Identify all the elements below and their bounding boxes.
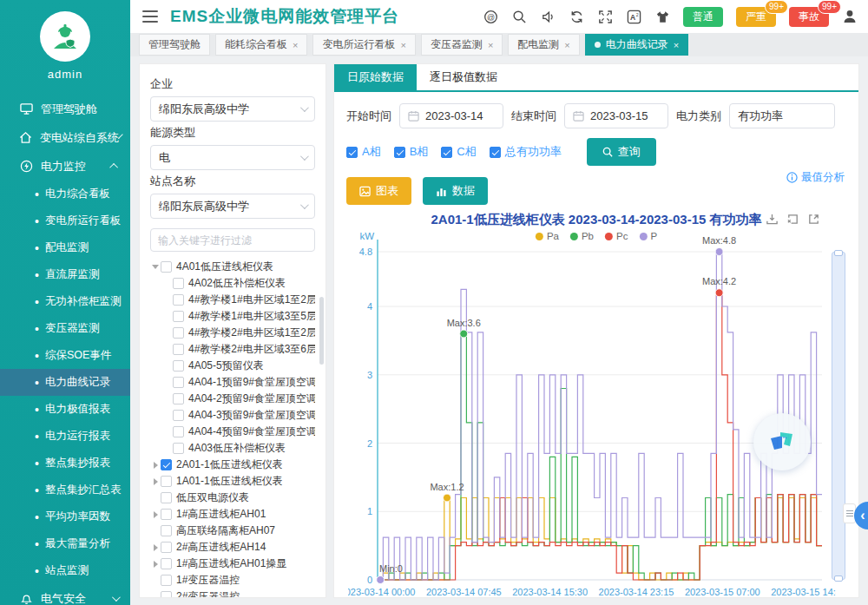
close-icon[interactable]: × [674, 40, 679, 50]
tree-expand-icon[interactable] [150, 462, 161, 469]
query-button[interactable]: 查询 [587, 138, 656, 166]
phase-checkbox-1[interactable]: A相 [346, 144, 381, 160]
end-date-input[interactable]: 2023-03-15 [564, 103, 668, 128]
tree-node-7[interactable]: 4A05-5预留仪表 [150, 358, 315, 374]
tree-node-16[interactable]: 1#高压进线柜AH01 [150, 506, 315, 523]
tree-checkbox[interactable] [173, 360, 184, 372]
tree-checkbox[interactable] [173, 278, 184, 289]
tree-checkbox[interactable] [173, 344, 184, 355]
tree-node-4[interactable]: 4#教学楼1#电井区域3至5层动力仪表 [150, 308, 315, 325]
tree-node-10[interactable]: 4A04-3预留9#食堂屋顶空调机组仪表 [150, 407, 315, 424]
tree-node-2[interactable]: 4A02低压补偿柜仪表 [150, 275, 315, 292]
sidebar-subitem-3-4[interactable]: •直流屏监测 [0, 261, 130, 288]
tree-checkbox[interactable] [161, 591, 172, 598]
sidebar-subitem-3-11[interactable]: •整点集抄报表 [0, 450, 130, 477]
avatar[interactable] [40, 11, 90, 62]
tree-node-19[interactable]: 1#高压进线柜AH01操显 [150, 556, 315, 572]
translate-icon[interactable]: A2 [626, 9, 641, 24]
tree-node-14[interactable]: 1A01-1低压进线柜仪表 [150, 473, 315, 490]
phase-checkbox-4[interactable]: 总有功功率 [490, 144, 562, 160]
save-image-icon[interactable] [766, 213, 779, 226]
tab-5[interactable]: 配电监测× [508, 34, 579, 56]
tree-node-20[interactable]: 1#变压器温控 [150, 572, 315, 589]
sidebar-subitem-3-13[interactable]: •平均功率因数 [0, 503, 130, 530]
data-view-icon[interactable] [807, 213, 820, 226]
tree-node-21[interactable]: 2#变压器温控 [150, 589, 315, 598]
close-icon[interactable]: × [488, 40, 493, 50]
legend-item-P[interactable]: P [639, 231, 657, 241]
tree-checkbox[interactable] [161, 261, 172, 273]
tab-4[interactable]: 变压器监测× [421, 34, 503, 56]
tree-scrollbar[interactable] [319, 297, 324, 365]
tree-node-1[interactable]: 4A01低压进线柜仪表 [150, 259, 315, 275]
tree-checkbox[interactable] [173, 327, 184, 339]
sidebar-subitem-3-8[interactable]: •电力曲线记录 [0, 369, 130, 396]
theme-icon[interactable] [654, 9, 670, 24]
tree-checkbox[interactable] [173, 294, 184, 306]
tree-expand-icon[interactable] [150, 544, 161, 551]
legend-item-Pa[interactable]: Pa [536, 231, 559, 241]
energy-type-select[interactable]: 电 [150, 145, 315, 170]
tree-checkbox[interactable] [173, 377, 184, 388]
sidebar-item-3[interactable]: 电力监控 [0, 152, 130, 181]
power-curve-chart[interactable]: 012344.8kW2023-03-14 00:002023-03-14 07:… [348, 229, 836, 598]
tree-checkbox[interactable] [161, 558, 172, 569]
tree-expand-icon[interactable] [150, 561, 161, 568]
sidebar-subitem-3-3[interactable]: •配电监测 [0, 234, 130, 261]
sidebar-subitem-3-9[interactable]: •电力极值报表 [0, 396, 130, 423]
sidebar-item-2[interactable]: 变电站综自系统 [0, 123, 130, 152]
sound-icon[interactable] [540, 9, 556, 24]
tree-node-9[interactable]: 4A04-2预留9#食堂屋顶空调机组仪表 [150, 391, 315, 407]
sidebar-subitem-3-2[interactable]: •变电所运行看板 [0, 207, 130, 234]
tree-node-8[interactable]: 4A04-1预留9#食堂屋顶空调机组仪表 [150, 374, 315, 391]
tab-3[interactable]: 变电所运行看板× [312, 34, 415, 56]
zoom-handle-bottom[interactable] [834, 575, 843, 582]
tree-node-11[interactable]: 4A04-4预留9#食堂屋顶空调机组仪表 [150, 424, 315, 440]
tab-daily-extreme-data[interactable]: 逐日极值数据 [417, 64, 510, 90]
tree-checkbox[interactable] [173, 426, 184, 437]
sidebar-subitem-3-7[interactable]: •综保SOE事件 [0, 342, 130, 369]
station-select[interactable]: 绵阳东辰高级中学 [150, 194, 315, 219]
sidebar-subitem-3-5[interactable]: •无功补偿柜监测 [0, 288, 130, 315]
sidebar-item-4[interactable]: 电气安全 [0, 584, 130, 605]
tree-checkbox[interactable] [161, 492, 172, 503]
tree-node-15[interactable]: 低压双电源仪表 [150, 490, 315, 506]
search-icon[interactable] [511, 9, 527, 24]
zoom-handle-top[interactable] [834, 250, 843, 256]
legend-item-Pc[interactable]: Pc [605, 231, 628, 241]
tree-checkbox[interactable] [173, 443, 184, 454]
tree-checkbox[interactable] [161, 476, 172, 487]
alarm-button-3[interactable]: 事故99+ [789, 7, 829, 27]
tree-node-18[interactable]: 2#高压进线柜AH14 [150, 539, 315, 556]
tree-node-5[interactable]: 4#教学楼2#电井区域1至2层动力仪表 [150, 325, 315, 341]
close-icon[interactable]: × [564, 40, 569, 50]
tab-daily-raw-data[interactable]: 日原始数据 [334, 64, 417, 90]
user-icon[interactable] [842, 9, 858, 24]
tab-1[interactable]: 管理驾驶舱 [139, 34, 210, 56]
tree-checkbox[interactable] [161, 575, 172, 586]
tree-checkbox[interactable] [173, 393, 184, 404]
sidebar-subitem-3-12[interactable]: •整点集抄汇总表 [0, 477, 130, 503]
tree-expand-icon[interactable] [150, 511, 161, 518]
sidebar-item-1[interactable]: 管理驾驶舱 [0, 95, 130, 123]
sidebar-subitem-3-14[interactable]: •最大需量分析 [0, 530, 130, 557]
max-analysis-link[interactable]: 最值分析 [786, 170, 845, 185]
tree-checkbox[interactable] [161, 525, 172, 536]
sidebar-subitem-3-6[interactable]: •变压器监测 [0, 315, 130, 342]
tree-filter-input[interactable] [150, 228, 315, 252]
company-select[interactable]: 绵阳东辰高级中学 [150, 96, 315, 122]
alarm-button-1[interactable]: 普通 [683, 7, 723, 27]
chart-view-button[interactable]: 图表 [346, 177, 411, 205]
tab-6[interactable]: 电力曲线记录× [585, 34, 688, 56]
service-icon[interactable]: @ [483, 9, 498, 24]
tree-checkbox[interactable] [161, 509, 172, 520]
sidebar-subitem-3-10[interactable]: •电力运行报表 [0, 423, 130, 450]
phase-checkbox-3[interactable]: C相 [441, 144, 476, 160]
data-view-button[interactable]: 数据 [423, 177, 488, 205]
tree-checkbox[interactable] [173, 410, 184, 421]
menu-toggle-icon[interactable] [142, 10, 158, 23]
tree-node-6[interactable]: 4#教学楼2#电井区域3至6层动力仪表 [150, 341, 315, 358]
close-icon[interactable]: × [400, 40, 405, 50]
data-zoom-slider[interactable] [832, 252, 845, 580]
tab-2[interactable]: 能耗综合看板× [215, 34, 307, 56]
